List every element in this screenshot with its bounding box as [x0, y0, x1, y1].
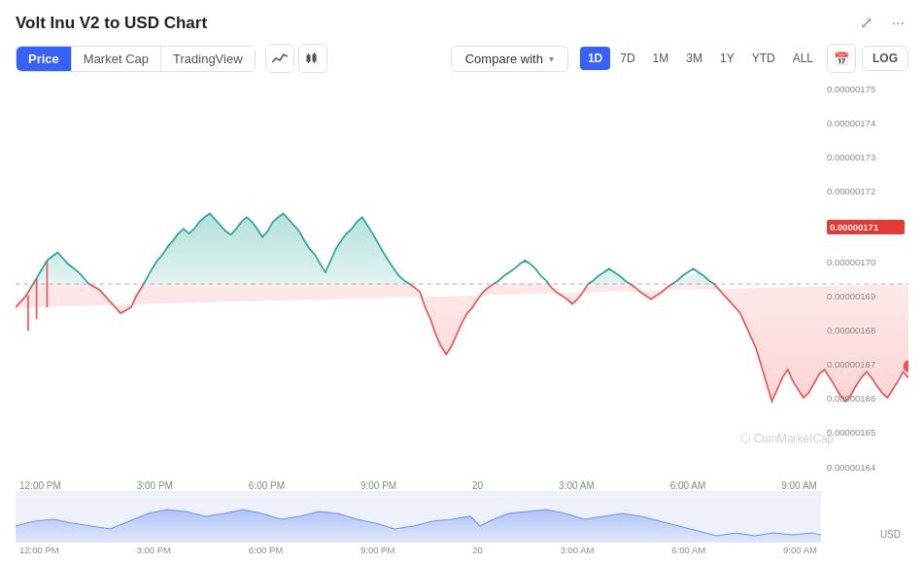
time-btn-1d[interactable]: 1D — [580, 47, 610, 70]
x-label-1: 3:00 PM — [137, 480, 173, 491]
time-range-group: 1D 7D 1M 3M 1Y YTD ALL — [580, 47, 821, 70]
chart-area: ⬡ CoinMarketCap 0.00000175 0.00000174 0.… — [16, 79, 908, 557]
y-label-10: 0.00000165 — [827, 426, 905, 439]
line-chart-icon-button[interactable] — [265, 44, 294, 73]
y-label-0: 0.00000175 — [827, 83, 905, 95]
calendar-button[interactable]: 📅 — [827, 44, 856, 73]
chart-title: Volt Inu V2 to USD Chart — [16, 14, 207, 33]
svg-rect-3 — [313, 54, 316, 61]
tab-marketcap[interactable]: Market Cap — [72, 47, 161, 71]
y-label-7: 0.00000168 — [827, 324, 905, 336]
mini-x-axis: 12:00 PM 3:00 PM 6:00 PM 9:00 PM 20 3:00… — [16, 543, 821, 555]
mini-x-label-3: 9:00 PM — [360, 545, 394, 555]
tab-price[interactable]: Price — [17, 47, 72, 71]
fullscreen-button[interactable]: ⤢ — [856, 12, 876, 34]
x-label-3: 9:00 PM — [360, 480, 396, 491]
y-label-9: 0.00000166 — [827, 392, 905, 405]
svg-rect-7 — [16, 79, 908, 284]
price-chart: ⬡ CoinMarketCap 0.00000175 0.00000174 0.… — [16, 79, 908, 477]
x-label-5: 3:00 AM — [559, 480, 595, 491]
tab-tradingview[interactable]: TradingView — [161, 47, 255, 71]
time-btn-ytd[interactable]: YTD — [744, 47, 783, 70]
mini-x-label-5: 3:00 AM — [561, 545, 595, 555]
header-icons: ⤢ ··· — [856, 12, 908, 34]
candle-chart-icon — [306, 53, 320, 64]
x-axis-labels: 12:00 PM 3:00 PM 6:00 PM 9:00 PM 20 3:00… — [16, 478, 908, 491]
mini-x-label-0: 12:00 PM — [19, 545, 59, 555]
y-label-2: 0.00000173 — [827, 151, 905, 163]
usd-axis-label: USD — [880, 529, 901, 540]
more-options-button[interactable]: ··· — [888, 13, 908, 34]
x-label-2: 6:00 PM — [249, 480, 285, 491]
y-label-3: 0.00000172 — [827, 185, 905, 197]
main-chart: ⬡ CoinMarketCap 0.00000175 0.00000174 0.… — [16, 79, 908, 557]
line-chart-icon — [272, 53, 288, 64]
compare-chevron-icon: ▾ — [549, 53, 554, 64]
y-label-1: 0.00000174 — [827, 117, 905, 129]
time-btn-1y[interactable]: 1Y — [712, 47, 742, 70]
calendar-icon: 📅 — [834, 52, 849, 66]
time-btn-all[interactable]: ALL — [785, 47, 821, 70]
toolbar-row: Price Market Cap TradingView — [16, 44, 908, 73]
mini-chart: 12:00 PM 3:00 PM 6:00 PM 9:00 PM 20 3:00… — [16, 491, 821, 557]
chart-type-tabs: Price Market Cap TradingView — [16, 46, 256, 72]
x-label-4: 20 — [472, 480, 483, 491]
time-btn-1m[interactable]: 1M — [645, 47, 677, 70]
log-scale-button[interactable]: LOG — [862, 46, 908, 71]
y-label-11: 0.00000164 — [827, 461, 905, 474]
chart-icon-group — [265, 44, 327, 73]
mini-x-label-7: 9:00 AM — [783, 545, 817, 555]
svg-text:⬡ CoinMarketCap: ⬡ CoinMarketCap — [740, 431, 834, 445]
x-label-6: 6:00 AM — [670, 480, 706, 491]
y-label-6: 0.00000169 — [827, 290, 905, 302]
y-axis: 0.00000175 0.00000174 0.00000173 0.00000… — [821, 79, 908, 477]
mini-x-label-2: 6:00 PM — [249, 545, 283, 555]
y-label-8: 0.00000167 — [827, 358, 905, 371]
current-price-badge: 0.00000171 — [827, 220, 905, 234]
svg-rect-0 — [307, 55, 310, 61]
time-btn-3m[interactable]: 3M — [678, 47, 710, 70]
mini-x-label-1: 3:00 PM — [137, 545, 171, 555]
time-btn-7d[interactable]: 7D — [612, 47, 642, 70]
y-label-5: 0.00000170 — [827, 256, 905, 268]
x-label-7: 9:00 AM — [781, 480, 817, 491]
compare-with-button[interactable]: Compare with ▾ — [451, 46, 568, 72]
mini-x-label-4: 20 — [472, 545, 483, 555]
compare-with-label: Compare with — [465, 52, 543, 66]
candle-chart-icon-button[interactable] — [298, 44, 327, 73]
x-label-0: 12:00 PM — [19, 480, 61, 491]
mini-x-label-6: 6:00 AM — [671, 545, 705, 555]
svg-rect-14 — [16, 492, 821, 543]
